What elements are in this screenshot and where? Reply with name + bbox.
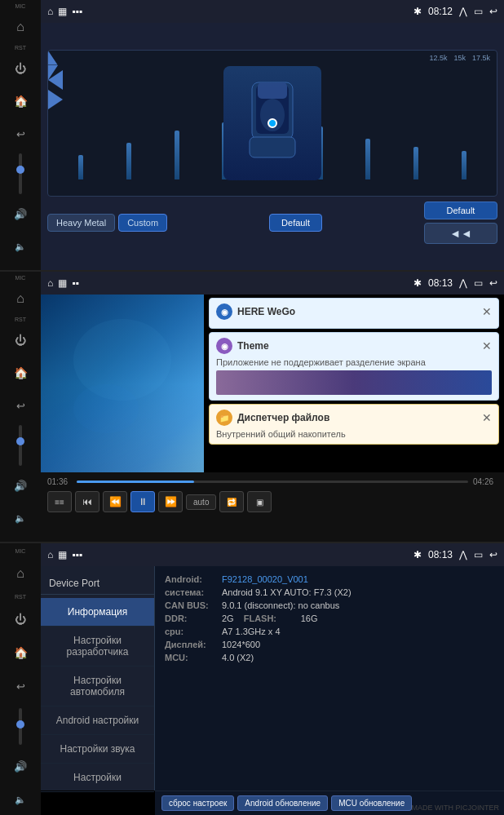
apps-icon-2: ▦	[58, 277, 67, 289]
home-icon-1: ⌂	[47, 6, 53, 17]
notif-title-here: ◉ HERE WeGo	[216, 303, 295, 320]
svg-point-7	[73, 384, 139, 433]
volume-slider-2[interactable]	[19, 425, 22, 466]
vol-up-button-1[interactable]: 🔊	[7, 201, 33, 227]
svg-rect-3	[250, 137, 295, 157]
vol-up-2[interactable]: 🔊	[7, 472, 33, 498]
nav-item-settings[interactable]: Настройки	[41, 764, 154, 792]
equalizer-btn[interactable]: ≡≡	[47, 491, 72, 512]
side-panel-3: MIC ⌂ RST ⏻ 🏠 ↩ 🔊 🔈	[0, 543, 41, 815]
custom-btn[interactable]: Custom	[118, 214, 167, 232]
expand-icon-3: ⋀	[459, 549, 467, 560]
eq-main[interactable]: 12.5k 15k 17.5k	[47, 50, 497, 197]
screen-btn[interactable]: ▣	[247, 491, 272, 512]
vol-up-3[interactable]: 🔊	[7, 755, 33, 778]
auto-btn[interactable]: auto	[186, 494, 216, 510]
notif-icon-here: ◉	[216, 303, 232, 320]
nav-item-sound[interactable]: Настройки звука	[41, 735, 154, 764]
notif-card-theme[interactable]: ◉ Theme ✕ Приложение не поддерживает раз…	[209, 332, 499, 401]
android-update-btn[interactable]: Android обновление	[237, 795, 328, 811]
notif-body-files: Внутренний общий накопитель	[216, 429, 492, 439]
nav-item-info[interactable]: Информация	[41, 598, 154, 627]
notif-close-files[interactable]: ✕	[482, 412, 492, 423]
p2-content: ◉ HERE WeGo ✕ ◉ Theme ✕ Приложение не по…	[41, 295, 504, 472]
progress-track[interactable]	[77, 481, 468, 483]
eq-bar-group-1	[58, 155, 104, 179]
eq-right-buttons: Default ◄◄	[424, 202, 497, 244]
info-android-row: Android: F92128_00020_V001	[165, 574, 494, 584]
notif-card-here[interactable]: ◉ HERE WeGo ✕	[209, 298, 499, 329]
video-area	[41, 295, 204, 474]
side-panel-1: MIC ⌂ RST ⏻ 🏠 ↩ 🔊 🔈	[0, 0, 41, 272]
default-btn-side[interactable]: Default	[424, 202, 497, 219]
status-left-2: ⌂ ▦ ▪▪	[47, 277, 79, 289]
vol-down-2[interactable]: 🔈	[7, 505, 33, 531]
volume-slider-1[interactable]	[19, 153, 22, 194]
rst-label-2: RST	[15, 317, 26, 322]
bluetooth-icon-2: ✱	[413, 277, 422, 289]
arrow-right[interactable]	[48, 90, 63, 109]
freq-label-3: 17.5k	[472, 54, 490, 62]
mcu-update-btn[interactable]: MCU обновление	[331, 795, 412, 811]
vol-down-3[interactable]: 🔈	[7, 788, 33, 812]
info-android-label: Android:	[165, 574, 222, 584]
notif-card-files[interactable]: 📁 Диспетчер файлов ✕ Внутренний общий на…	[209, 404, 499, 445]
info-display-label: Дисплей:	[165, 640, 222, 649]
back-button-3[interactable]: ↩	[7, 675, 33, 698]
back-button-1[interactable]: ↩	[7, 121, 33, 147]
pause-btn[interactable]: ⏸	[130, 491, 155, 512]
settings-content: Android: F92128_00020_V001 система: Andr…	[155, 566, 504, 791]
info-system-row: система: Android 9.1 XY AUTO: F7.3 (X2)	[165, 587, 494, 597]
balance-btn[interactable]: ◄◄	[424, 223, 497, 244]
default-btn-main[interactable]: Default	[269, 214, 322, 232]
time-2: 08:13	[428, 277, 453, 289]
power-button-3[interactable]: ⏻	[7, 608, 33, 631]
home-icon-3: ⌂	[47, 549, 53, 560]
volume-slider-3[interactable]	[19, 708, 22, 745]
ff-btn[interactable]: ⏩	[158, 491, 183, 512]
media-controls: 01:36 04:26 ≡≡ ⏮ ⏪ ⏸ ⏩ auto 🔁 ▣	[41, 472, 504, 542]
reset-btn[interactable]: сброс настроек	[161, 795, 234, 811]
eq-preset-buttons: Heavy Metal Custom	[47, 214, 167, 232]
heavy-metal-btn[interactable]: Heavy Metal	[47, 214, 115, 232]
home-button-1[interactable]: ⌂	[7, 14, 33, 40]
info-system-label: система:	[165, 587, 222, 597]
signal-icon-1: ▪▪▪	[72, 6, 82, 17]
home-button-2[interactable]: ⌂	[7, 286, 33, 312]
signal-icon-3: ▪▪▪	[72, 549, 82, 560]
arrow-left[interactable]	[48, 70, 63, 90]
settings-main: Device Port Информация Настройки разрабо…	[41, 566, 504, 791]
home-button-3[interactable]: ⌂	[7, 562, 33, 586]
panel-media: MIC ⌂ RST ⏻ 🏠 ↩ 🔊 🔈 ⌂ ▦ ▪▪ ✱ 08:13 ⋀ ▭ ↩	[0, 272, 504, 543]
info-cpu-value: A7 1.3GHz x 4	[222, 627, 281, 636]
info-ddr-value: 2G	[222, 613, 234, 623]
panel-settings: MIC ⌂ RST ⏻ 🏠 ↩ 🔊 🔈 ⌂ ▦ ▪▪▪ ✱ 08:13 ⋀ ▭ …	[0, 543, 504, 815]
nav-item-dev[interactable]: Настройки разработчика	[41, 627, 154, 667]
rew-btn[interactable]: ⏪	[103, 491, 127, 512]
mic-label-2: MIC	[15, 275, 26, 281]
house-button-2[interactable]: 🏠	[7, 360, 33, 386]
house-button-1[interactable]: 🏠	[7, 88, 33, 114]
mic-label: MIC	[15, 3, 26, 9]
expand-icon-2: ⋀	[459, 277, 467, 289]
arrow-up[interactable]	[47, 51, 58, 65]
info-canbus-row: CAN BUS: 9.0.1 (disconnect): no canbus	[165, 600, 494, 610]
watermark-text: MADE WITH PICJOINTER	[412, 804, 500, 812]
house-button-3[interactable]: 🏠	[7, 641, 33, 665]
nav-item-android[interactable]: Android настройки	[41, 706, 154, 735]
vol-down-button-1[interactable]: 🔈	[7, 233, 33, 259]
notif-title-files: 📁 Диспетчер файлов	[216, 410, 329, 426]
time-start: 01:36	[47, 477, 72, 486]
back-button-2[interactable]: ↩	[7, 392, 33, 419]
prev-btn[interactable]: ⏮	[75, 491, 99, 512]
power-button-1[interactable]: ⏻	[7, 55, 33, 82]
power-button-2[interactable]: ⏻	[7, 327, 33, 353]
notif-close-here[interactable]: ✕	[482, 306, 492, 317]
loop-btn[interactable]: 🔁	[219, 491, 244, 512]
svg-rect-2	[258, 82, 287, 99]
info-cpu-row: cpu: A7 1.3GHz x 4	[165, 627, 494, 636]
controls-row: ≡≡ ⏮ ⏪ ⏸ ⏩ auto 🔁 ▣	[47, 491, 497, 512]
time-3: 08:13	[428, 549, 453, 560]
notif-close-theme[interactable]: ✕	[482, 340, 492, 352]
nav-item-car[interactable]: Настройки автомобиля	[41, 667, 154, 706]
